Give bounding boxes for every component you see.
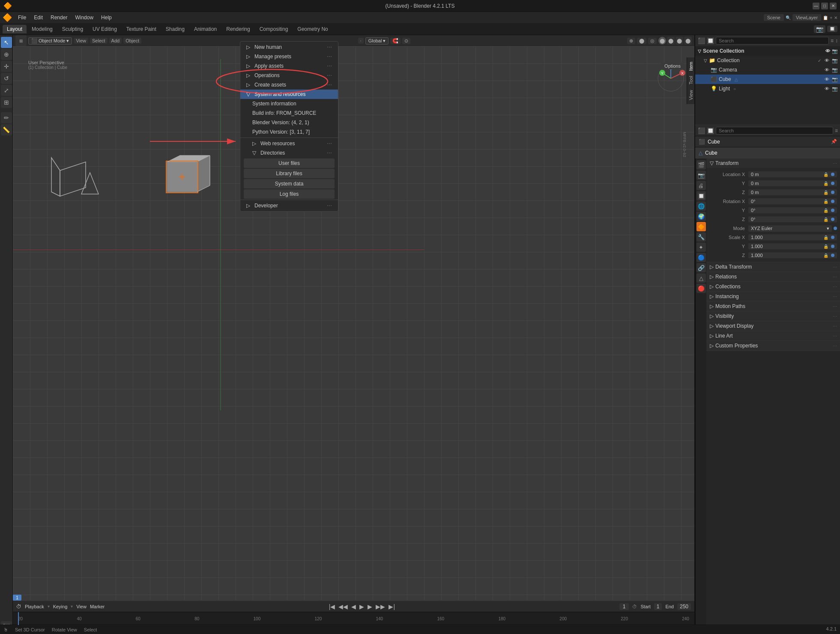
remove-scene-icon[interactable]: ✕ xyxy=(834,15,837,20)
tab-modeling[interactable]: Modeling xyxy=(27,25,57,33)
menu-file[interactable]: File xyxy=(15,14,30,21)
section-transform-header[interactable]: ▽ Transform ⋯ xyxy=(706,158,840,168)
tab-rendering[interactable]: Rendering xyxy=(222,25,254,33)
tab-compositing[interactable]: Compositing xyxy=(255,25,293,33)
select-menu[interactable]: Select xyxy=(90,38,108,44)
rotation-y-lock[interactable]: 🔒 xyxy=(823,208,828,213)
prev-keyframe-btn[interactable]: |◀ xyxy=(329,603,335,610)
tab-layout[interactable]: Layout xyxy=(3,25,27,33)
start-frame-input[interactable]: 1 xyxy=(654,603,662,610)
scale-x-lock[interactable]: 🔒 xyxy=(823,235,828,240)
prev-1frame-btn[interactable]: ◀ xyxy=(351,603,356,610)
maximize-button[interactable]: □ xyxy=(821,3,828,9)
transform-pivot[interactable]: · xyxy=(358,38,364,44)
menu-operations[interactable]: ▷ Operations ⋯ xyxy=(240,71,338,80)
viewport[interactable]: ⊞ ⬛ Object Mode ▾ View Select Add Object… xyxy=(13,35,694,634)
scale-z-value[interactable]: 1.000 🔒 xyxy=(748,252,837,258)
proportional-edit[interactable]: ⊙ xyxy=(402,38,410,44)
tab-uv-editing[interactable]: UV Editing xyxy=(88,25,121,33)
next-frame-btn[interactable]: ▶▶ xyxy=(376,603,385,610)
section-motion-header[interactable]: ▷ Motion Paths ⋯ xyxy=(706,302,840,311)
section-instancing-header[interactable]: ▷ Instancing ⋯ xyxy=(706,292,840,301)
timeline-editor-icon[interactable]: ⏱ xyxy=(16,604,21,610)
location-z-lock[interactable]: 🔒 xyxy=(823,190,828,195)
marker-menu[interactable]: Marker xyxy=(90,604,105,609)
tool-scale[interactable]: ⤢ xyxy=(1,85,12,96)
camera-eye-icon[interactable]: 👁 xyxy=(825,67,829,72)
light-eye-icon[interactable]: 👁 xyxy=(825,86,829,91)
tab-sculpting[interactable]: Sculpting xyxy=(58,25,87,33)
prop-tab-object[interactable]: 🔶 xyxy=(697,222,706,231)
section-relations-header[interactable]: ▷ Relations ⋯ xyxy=(706,272,840,281)
location-x-lock[interactable]: 🔒 xyxy=(823,172,828,177)
tool-annotate[interactable]: ✏ xyxy=(1,112,12,123)
shading-solid[interactable]: ⬤ xyxy=(658,37,666,45)
collection-eye-icon[interactable]: 👁 xyxy=(825,58,829,63)
btn-log-files[interactable]: Log files xyxy=(244,189,335,199)
view-menu-timeline[interactable]: View xyxy=(76,604,87,609)
playback-menu[interactable]: Playback xyxy=(25,604,44,609)
prop-tab-scene[interactable]: 🎬 xyxy=(697,160,706,170)
menu-system-resources[interactable]: ▽ System and resources xyxy=(240,90,338,99)
overlay-btn[interactable]: ⬤ xyxy=(637,38,646,44)
prop-sort-icon[interactable]: ≡ xyxy=(835,128,838,134)
prop-tab-output[interactable]: 🖨 xyxy=(697,181,706,190)
options-button[interactable]: Options xyxy=(661,63,684,69)
menu-directories[interactable]: ▽ Directories ⋯ xyxy=(240,148,338,158)
gizmo-btn[interactable]: ⊕ xyxy=(627,38,635,44)
object-mode-selector[interactable]: ⬛ Object Mode ▾ xyxy=(28,37,72,45)
tool-cursor[interactable]: ⊕ xyxy=(1,49,12,60)
btn-user-files[interactable]: User files xyxy=(244,158,335,168)
next-keyframe-btn[interactable]: ▶| xyxy=(389,603,395,610)
outliner-camera[interactable]: 📷 Camera 👁 📷 xyxy=(695,65,840,75)
btn-system-data[interactable]: System data xyxy=(244,179,335,188)
tab-shading[interactable]: Shading xyxy=(161,25,189,33)
cube-eye-icon[interactable]: 👁 xyxy=(825,77,829,82)
pin-icon[interactable]: 📌 xyxy=(831,139,837,144)
menu-edit[interactable]: Edit xyxy=(30,14,46,21)
prop-tab-particles[interactable]: ✦ xyxy=(697,242,706,252)
minimize-button[interactable]: — xyxy=(813,3,819,9)
collection-checkbox[interactable]: ✓ xyxy=(818,58,821,63)
menu-help[interactable]: Help xyxy=(98,14,115,21)
location-z-value[interactable]: 0 m 🔒 xyxy=(748,189,837,195)
outliner-light[interactable]: 💡 Light ○ 👁 📷 xyxy=(695,84,840,93)
tool-transform[interactable]: ⊞ xyxy=(1,97,12,108)
btn-library-files[interactable]: Library files xyxy=(244,169,335,178)
tab-texture-paint[interactable]: Texture Paint xyxy=(122,25,161,33)
rotation-z-value[interactable]: 0° 🔒 xyxy=(748,216,837,222)
outliner-search-input[interactable] xyxy=(716,37,829,45)
xray-btn[interactable]: ◎ xyxy=(648,38,657,44)
prop-tab-render[interactable]: 📷 xyxy=(697,170,706,180)
tool-measure[interactable]: 📏 xyxy=(1,124,12,135)
side-tab-tool[interactable]: Tool xyxy=(688,73,694,87)
location-y-value[interactable]: 0 m 🔒 xyxy=(748,180,837,186)
keying-menu[interactable]: Keying xyxy=(53,604,68,609)
prop-tab-material[interactable]: 🔴 xyxy=(697,284,706,293)
tab-geometry-nodes[interactable]: Geometry No xyxy=(293,25,332,33)
section-visibility-header[interactable]: ▷ Visibility ⋯ xyxy=(706,311,840,321)
sync-icon[interactable]: ↕ xyxy=(835,38,838,44)
frame-current-display[interactable]: 1 xyxy=(619,603,629,610)
menu-manage-presets[interactable]: ▷ Manage presets ⋯ xyxy=(240,52,338,61)
menu-render[interactable]: Render xyxy=(47,14,71,21)
rotation-x-value[interactable]: 0° 🔒 xyxy=(748,198,837,204)
prop-tab-modifiers[interactable]: 🔧 xyxy=(697,232,706,242)
tool-rotate[interactable]: ↺ xyxy=(1,73,12,84)
menu-window[interactable]: Window xyxy=(72,14,97,21)
section-delta-header[interactable]: ▷ Delta Transform ⋯ xyxy=(706,262,840,272)
add-menu[interactable]: Add xyxy=(109,38,122,44)
prop-search-input[interactable] xyxy=(716,127,833,135)
next-1frame-btn[interactable]: ▶ xyxy=(368,603,372,610)
filter-icon[interactable]: ≡ xyxy=(831,38,834,44)
menu-create-assets[interactable]: ▷ Create assets ⋯ xyxy=(240,80,338,90)
play-btn[interactable]: ▶ xyxy=(359,603,364,610)
prop-tab-scene2[interactable]: 🌐 xyxy=(697,201,706,211)
tool-move[interactable]: ✛ xyxy=(1,61,12,72)
prev-frame-btn[interactable]: ◀◀ xyxy=(338,603,348,610)
close-button[interactable]: ✕ xyxy=(830,3,837,9)
scene-selector[interactable]: Scene xyxy=(764,14,784,21)
prop-tab-view-layer[interactable]: 🔲 xyxy=(697,191,706,200)
menu-new-human[interactable]: ▷ New human ⋯ xyxy=(240,42,338,52)
shading-rendered[interactable]: ⬤ xyxy=(676,37,683,45)
